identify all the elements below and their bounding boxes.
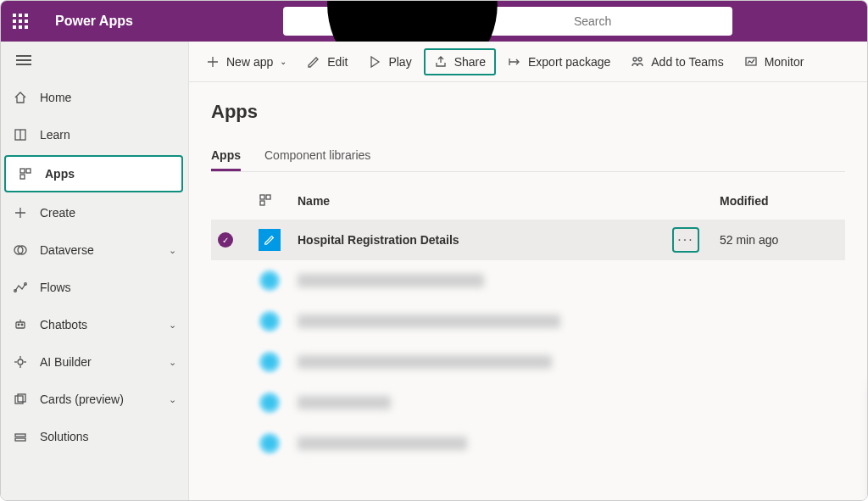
svg-rect-6 (20, 175, 25, 179)
page-title: Apps (211, 101, 845, 123)
sidebar-item-learn[interactable]: Learn (1, 116, 188, 153)
svg-rect-32 (746, 58, 756, 65)
modified-value: 52 min ago (720, 233, 838, 247)
app-launcher-icon[interactable] (13, 14, 28, 29)
search-input[interactable] (574, 14, 722, 28)
table-row[interactable] (211, 382, 845, 423)
svg-rect-25 (15, 438, 25, 441)
flows-icon (13, 280, 28, 295)
teams-icon (631, 55, 644, 69)
sidebar-item-chatbots[interactable]: Chatbots⌄ (1, 306, 188, 343)
brand-title: Power Apps (55, 14, 133, 29)
ai-icon (13, 354, 28, 370)
new-app-button[interactable]: New app⌄ (198, 50, 295, 74)
svg-rect-5 (26, 169, 31, 173)
command-bar: New app⌄ Edit Play Share Export package … (189, 42, 867, 82)
chevron-down-icon: ⌄ (169, 245, 176, 256)
chevron-down-icon: ⌄ (169, 394, 176, 405)
table-row[interactable] (211, 260, 845, 301)
svg-rect-24 (15, 434, 25, 437)
sidebar-item-dataverse[interactable]: Dataverse⌄ (1, 231, 188, 269)
chatbot-icon (13, 317, 28, 332)
table-row[interactable] (211, 423, 845, 464)
table-row[interactable] (211, 301, 845, 342)
export-button[interactable]: Export package (499, 50, 619, 74)
svg-rect-35 (260, 201, 264, 205)
svg-point-17 (18, 359, 23, 365)
column-modified[interactable]: Modified (720, 194, 838, 208)
monitor-icon (744, 55, 758, 69)
grid-type-icon (259, 193, 272, 207)
app-name[interactable]: Hospital Registration Details (298, 233, 672, 247)
app-type-icon (259, 229, 281, 251)
add-to-teams-button[interactable]: Add to Teams (622, 50, 732, 74)
plus-icon (13, 205, 28, 220)
table-row[interactable]: Hospital Registration Details ··· 52 min… (211, 220, 845, 260)
share-icon (434, 55, 448, 69)
svg-point-31 (638, 58, 642, 61)
cards-icon (13, 392, 28, 407)
edit-button[interactable]: Edit (298, 50, 356, 74)
sidebar-item-solutions[interactable]: Solutions (1, 418, 188, 455)
solutions-icon (13, 429, 28, 444)
monitor-button[interactable]: Monitor (736, 50, 813, 74)
main-area: New app⌄ Edit Play Share Export package … (189, 42, 867, 501)
svg-point-16 (21, 324, 23, 326)
search-box[interactable] (283, 7, 732, 36)
svg-point-15 (18, 324, 19, 326)
plus-icon (206, 55, 220, 69)
top-header: Power Apps (1, 1, 867, 42)
sidebar-item-create[interactable]: Create (1, 194, 188, 231)
apps-grid: Name Modified Hospital Registration Deta… (211, 182, 845, 464)
svg-rect-33 (260, 195, 264, 199)
row-select-check[interactable] (218, 232, 233, 248)
svg-point-30 (633, 58, 637, 61)
apps-icon (18, 166, 33, 181)
sidebar-item-apps[interactable]: Apps (4, 155, 183, 192)
svg-rect-13 (16, 322, 25, 328)
column-name[interactable]: Name (298, 194, 672, 208)
book-icon (13, 127, 28, 142)
play-icon (368, 55, 381, 69)
export-icon (508, 55, 521, 69)
chevron-down-icon: ⌄ (280, 57, 287, 66)
sidebar: Home Learn Apps Create Dataverse⌄ Flows … (1, 42, 189, 501)
table-row[interactable] (211, 342, 845, 382)
svg-rect-34 (266, 195, 270, 199)
home-icon (13, 90, 28, 105)
dataverse-icon (13, 242, 28, 258)
chevron-down-icon: ⌄ (169, 357, 176, 368)
tab-component-libraries[interactable]: Component libraries (264, 142, 370, 171)
play-button[interactable]: Play (359, 50, 420, 74)
share-button[interactable]: Share (424, 48, 496, 75)
chevron-down-icon: ⌄ (169, 320, 176, 331)
hamburger-button[interactable] (1, 42, 188, 79)
row-more-button[interactable]: ··· (672, 227, 699, 253)
tab-apps[interactable]: Apps (211, 142, 241, 171)
tab-bar: Apps Component libraries (211, 142, 845, 172)
svg-rect-4 (20, 169, 25, 173)
sidebar-item-cards[interactable]: Cards (preview)⌄ (1, 381, 188, 418)
sidebar-item-home[interactable]: Home (1, 79, 188, 116)
sidebar-item-aibuilder[interactable]: AI Builder⌄ (1, 343, 188, 381)
pencil-icon (307, 55, 320, 69)
sidebar-item-flows[interactable]: Flows (1, 269, 188, 306)
grid-header: Name Modified (211, 182, 845, 220)
